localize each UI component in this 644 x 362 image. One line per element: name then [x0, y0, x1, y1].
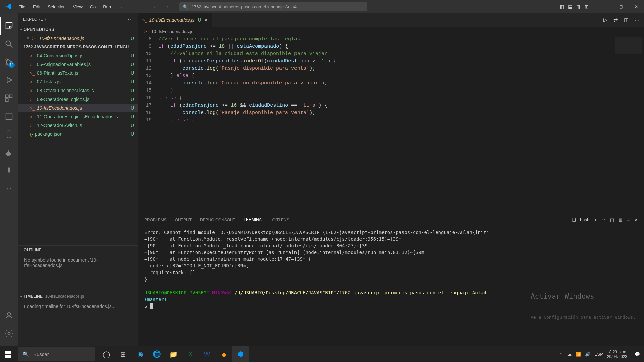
menu-go[interactable]: Go [87, 2, 99, 12]
file-item[interactable]: >_10-IfsEncadenados.jsU [18, 104, 138, 112]
activity-mongo-icon[interactable] [0, 162, 18, 180]
open-editor-item[interactable]: × >_ 10-IfsEncadenados.js U [18, 34, 138, 43]
activity-debug-icon[interactable] [0, 71, 18, 89]
activity-explorer-icon[interactable] [0, 17, 18, 35]
close-icon[interactable]: × [26, 36, 29, 41]
command-center-search[interactable]: 🔍 1762-javascript-primeros-pasos-con-el-… [179, 2, 367, 11]
taskbar-word-icon[interactable]: W [199, 346, 215, 362]
split-editor-icon[interactable]: ◫ [624, 17, 629, 23]
terminal-dropdown-icon[interactable]: ﹀ [602, 217, 606, 223]
menu-edit[interactable]: Edit [30, 2, 44, 12]
file-item[interactable]: >_09-OperadoresLogicos.jsU [18, 95, 138, 104]
taskbar-chrome-icon[interactable]: 🌐 [149, 346, 165, 362]
layout-toggle-panel-icon[interactable]: ⬓ [568, 4, 572, 9]
svg-line-1 [10, 45, 13, 48]
minimap[interactable] [614, 36, 644, 214]
breadcrumb[interactable]: >_ 10-IfsEncadenados.js [138, 27, 644, 36]
systray-clock[interactable]: 8:23 p. m. 29/04/2023 [607, 350, 627, 359]
git-status: U [131, 97, 134, 102]
taskbar-excel-icon[interactable]: X [182, 346, 198, 362]
panel-tab-terminal[interactable]: TERMINAL [244, 215, 264, 225]
sidebar-more-icon[interactable]: ··· [127, 16, 133, 23]
panel-tab-problems[interactable]: PROBLEMS [144, 215, 167, 225]
systray-lang[interactable]: ESP [594, 352, 603, 357]
activity-remote-icon[interactable] [0, 107, 18, 125]
outline-header[interactable]: › OUTLINE [18, 245, 138, 254]
file-item[interactable]: >_11-OperadoresLogicosEncadenados.jsU [18, 112, 138, 121]
taskbar-taskview-icon[interactable]: ⊞ [115, 346, 131, 362]
panel-tab-gitlens[interactable]: GITLENS [272, 215, 289, 225]
git-status: U [131, 114, 134, 119]
line-numbers-gutter: 8910111213141516171819 [138, 36, 158, 214]
file-item[interactable]: {}package.jsonU [18, 130, 138, 138]
activity-device-icon[interactable] [0, 125, 18, 143]
layout-toggle-sidebar-icon[interactable]: ◧ [559, 4, 564, 9]
menu-more-icon[interactable]: ··· [115, 2, 125, 12]
split-terminal-icon[interactable]: ◫ [610, 217, 614, 222]
minimize-button[interactable]: ─ [598, 0, 613, 13]
activity-scm-icon[interactable]: 14 [0, 53, 18, 71]
taskbar-cortana-icon[interactable]: ◯ [98, 346, 114, 362]
terminal[interactable]: Error: Cannot find module 'D:\USUARIO\De… [138, 226, 644, 346]
new-terminal-icon[interactable]: ＋ [593, 217, 598, 223]
layout-toggle-secondary-icon[interactable]: ◨ [576, 4, 581, 9]
systray-chevron-icon[interactable]: ⌃ [559, 352, 563, 357]
file-item[interactable]: >_08-OtrasFuncionesListas.jsU [18, 86, 138, 95]
panel-tab-debug[interactable]: DEBUG CONSOLE [200, 215, 235, 225]
taskbar-edge-icon[interactable]: ◉ [132, 346, 148, 362]
file-item[interactable]: >_07-Listas.jsU [18, 77, 138, 86]
kill-terminal-icon[interactable]: 🗑 [618, 217, 623, 222]
start-button[interactable] [0, 346, 16, 362]
code-content[interactable]: //Verificamos que el pasajero cumple las… [158, 36, 644, 214]
taskbar-search[interactable]: 🔍 Buscar [18, 347, 95, 361]
close-panel-icon[interactable]: ✕ [634, 217, 638, 222]
menu-view[interactable]: View [70, 2, 86, 12]
code-editor[interactable]: 8910111213141516171819 //Verificamos que… [138, 36, 644, 214]
svg-marker-5 [7, 77, 12, 83]
file-item[interactable]: >_06-PlantillasTexto.jsU [18, 69, 138, 77]
activity-extensions-icon[interactable] [0, 89, 18, 107]
nav-back-icon[interactable]: ← [152, 3, 158, 10]
panel-tab-output[interactable]: OUTPUT [175, 215, 192, 225]
panel-more-icon[interactable]: ··· [627, 217, 630, 222]
activity-docker-icon[interactable] [0, 143, 18, 162]
menu-bar: File Edit Selection View Go Run ··· [15, 2, 125, 12]
taskbar-explorer-icon[interactable]: 📁 [165, 346, 181, 362]
menu-selection[interactable]: Selection [44, 2, 69, 12]
timeline-header[interactable]: › TIMELINE 10-IfsEncadenados.js [18, 292, 138, 300]
close-tab-icon[interactable]: × [205, 17, 208, 23]
systray-wifi-icon[interactable]: 📶 [576, 352, 581, 357]
file-item[interactable]: >_05-AsignacionVariables.jsU [18, 60, 138, 69]
js-file-icon: >_ [30, 123, 35, 128]
taskbar-vscode-icon[interactable]: ⬢ [232, 346, 249, 362]
layout-customize-icon[interactable]: ⊞ [585, 4, 589, 9]
chevron-down-icon: › [19, 46, 23, 48]
activity-account-icon[interactable] [0, 306, 18, 324]
run-file-icon[interactable]: ▷ [603, 17, 607, 23]
project-folder-header[interactable]: › 1762-JAVASCRIPT-PRIMEROS-PASOS-CON-EL-… [18, 43, 138, 51]
taskbar-sublime-icon[interactable]: ◆ [216, 346, 232, 362]
close-button[interactable]: ✕ [629, 0, 644, 13]
terminal-profile-icon[interactable]: ❏ [572, 217, 576, 222]
vscode-logo-icon [5, 3, 12, 10]
svg-point-12 [8, 333, 10, 335]
nav-forward-icon[interactable]: → [163, 3, 169, 10]
svg-rect-6 [6, 95, 8, 98]
search-icon: 🔍 [23, 351, 29, 357]
open-editors-header[interactable]: › OPEN EDITORS [18, 25, 138, 34]
maximize-button[interactable]: ▢ [613, 0, 629, 13]
editor-more-icon[interactable]: ··· [635, 17, 639, 23]
file-item[interactable]: >_04-ConversionTipos.jsU [18, 51, 138, 60]
systray-onedrive-icon[interactable]: ☁ [567, 352, 572, 357]
activity-search-icon[interactable] [0, 35, 18, 53]
activity-settings-icon[interactable] [0, 324, 18, 343]
activity-overflow-icon[interactable]: ··· [0, 180, 18, 198]
menu-file[interactable]: File [15, 2, 29, 12]
systray-notifications-icon[interactable]: 💬 [635, 352, 640, 357]
systray-volume-icon[interactable]: 🔊 [585, 352, 590, 357]
menu-run[interactable]: Run [100, 2, 114, 12]
editor-tab[interactable]: >_ 10-IfsEncadenados.js U × [138, 13, 212, 27]
file-item[interactable]: >_12-OperadorSwitch.jsU [18, 121, 138, 130]
diff-icon[interactable]: ⇄ [613, 17, 618, 23]
js-file-icon: >_ [144, 29, 149, 34]
